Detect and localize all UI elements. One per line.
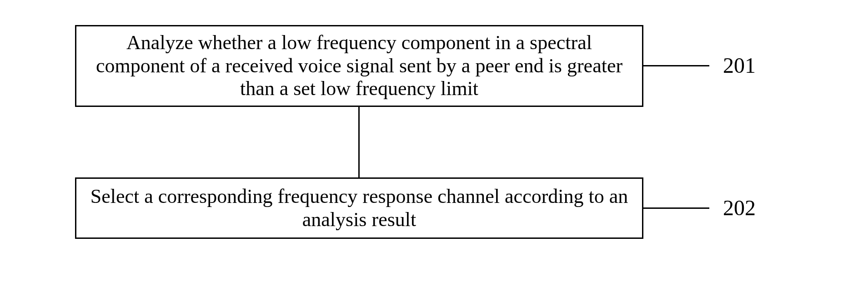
flowchart-canvas: Analyze whether a low frequency componen…	[0, 0, 868, 298]
flow-connector-1-2	[358, 107, 360, 177]
flow-step-1-text: Analyze whether a low frequency componen…	[85, 31, 633, 101]
ref-label-202: 202	[723, 197, 756, 219]
flow-step-2-text: Select a corresponding frequency respons…	[85, 185, 633, 231]
flow-step-1: Analyze whether a low frequency componen…	[75, 25, 643, 107]
ref-line-202	[643, 207, 709, 209]
ref-label-201: 201	[723, 55, 756, 76]
flow-step-2: Select a corresponding frequency respons…	[75, 177, 643, 239]
ref-line-201	[643, 65, 709, 66]
